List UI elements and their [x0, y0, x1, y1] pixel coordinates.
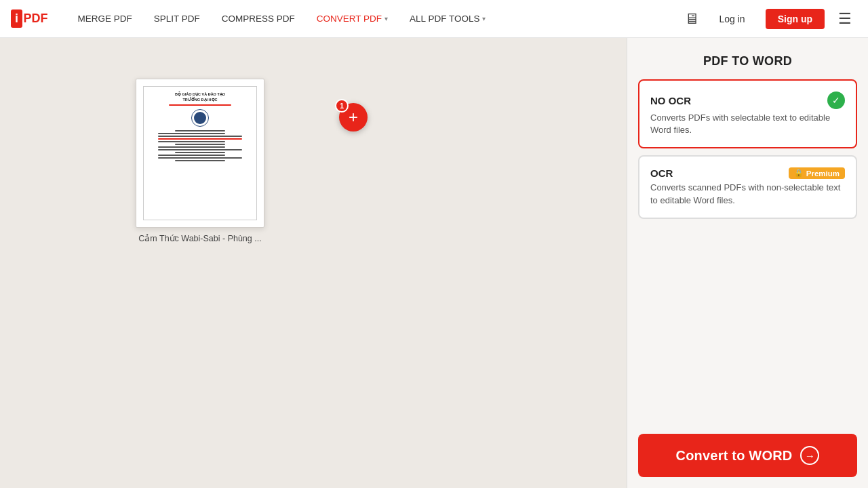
pdf-line	[175, 130, 225, 131]
right-panel: PDF TO WORD NO OCR ✓ Converts PDFs with …	[627, 38, 868, 488]
main-nav: MERGE PDF SPLIT PDF COMPRESS PDF CONVERT…	[70, 9, 684, 28]
selected-check-icon: ✓	[827, 92, 845, 109]
pdf-line	[175, 152, 225, 153]
login-button[interactable]: Log in	[707, 9, 757, 29]
nav-convert-pdf[interactable]: CONVERT PDF ▾	[309, 9, 396, 28]
plus-icon: +	[349, 109, 358, 125]
logo[interactable]: i PDF	[11, 9, 48, 28]
pdf-seal-inner	[194, 112, 206, 124]
no-ocr-description: Converts PDFs with selectable text to ed…	[650, 112, 845, 136]
ocr-option[interactable]: OCR 🔒 Premium Converts scanned PDFs with…	[638, 155, 857, 218]
pdf-preview: BỘ GIÁO DỤC VÀ ĐÀO TẠOTRƯỜNG ĐẠI HỌC	[143, 86, 257, 220]
pdf-line	[158, 155, 225, 156]
ocr-header: OCR 🔒 Premium	[650, 167, 845, 179]
pdf-line	[175, 160, 225, 161]
no-ocr-option[interactable]: NO OCR ✓ Converts PDFs with selectable t…	[638, 79, 857, 148]
no-ocr-header: NO OCR ✓	[650, 92, 845, 109]
pdf-seal	[191, 109, 209, 127]
logo-icon: i	[11, 9, 22, 28]
pdf-line	[158, 157, 241, 159]
header: i PDF MERGE PDF SPLIT PDF COMPRESS PDF C…	[0, 0, 868, 38]
nav-compress-pdf[interactable]: COMPRESS PDF	[214, 9, 303, 28]
panel-title: PDF TO WORD	[627, 38, 868, 79]
pdf-text-lines	[158, 130, 241, 161]
main-content: BỘ GIÁO DỤC VÀ ĐÀO TẠOTRƯỜNG ĐẠI HỌC	[0, 38, 868, 488]
arrow-circle-icon: →	[800, 446, 819, 465]
lock-icon: 🔒	[794, 169, 804, 178]
hamburger-menu-icon[interactable]: ☰	[833, 7, 857, 30]
conversion-options: NO OCR ✓ Converts PDFs with selectable t…	[627, 79, 868, 219]
pdf-thumbnail: BỘ GIÁO DỤC VÀ ĐÀO TẠOTRƯỜNG ĐẠI HỌC	[136, 79, 264, 228]
convert-to-word-button[interactable]: Convert to WORD →	[638, 434, 857, 477]
pdf-card: BỘ GIÁO DỤC VÀ ĐÀO TẠOTRƯỜNG ĐẠI HỌC	[136, 79, 264, 243]
logo-text: PDF	[24, 12, 48, 26]
spacer	[627, 219, 868, 423]
pdf-doc-title: BỘ GIÁO DỤC VÀ ĐÀO TẠOTRƯỜNG ĐẠI HỌC	[175, 92, 225, 102]
left-panel: BỘ GIÁO DỤC VÀ ĐÀO TẠOTRƯỜNG ĐẠI HỌC	[0, 38, 627, 488]
pdf-line	[158, 138, 241, 140]
nav-all-tools[interactable]: ALL PDF TOOLS ▾	[401, 9, 494, 28]
pdf-line	[158, 136, 241, 137]
ocr-description: Converts scanned PDFs with non-selectabl…	[650, 182, 845, 206]
add-file-button[interactable]: 1 +	[339, 103, 368, 131]
header-actions: 🖥 Log in Sign up ☰	[684, 7, 857, 30]
pdf-line	[158, 149, 241, 150]
ocr-title: OCR	[650, 167, 673, 179]
monitor-icon[interactable]: 🖥	[684, 10, 699, 28]
chevron-down-icon: ▾	[482, 15, 486, 22]
convert-button-wrap: Convert to WORD →	[627, 423, 868, 488]
chevron-down-icon: ▾	[384, 15, 388, 22]
convert-button-label: Convert to WORD	[676, 448, 793, 464]
file-count-badge: 1	[335, 99, 349, 113]
pdf-line	[158, 141, 225, 142]
pdf-filename: Cảm Thức Wabi-Sabi - Phùng ...	[138, 233, 261, 243]
signup-button[interactable]: Sign up	[766, 9, 825, 29]
nav-merge-pdf[interactable]: MERGE PDF	[70, 9, 140, 28]
pdf-line	[158, 133, 225, 134]
premium-badge: 🔒 Premium	[789, 167, 845, 179]
premium-label: Premium	[806, 169, 840, 178]
pdf-line	[175, 144, 225, 145]
no-ocr-title: NO OCR	[650, 95, 691, 106]
pdf-line	[158, 146, 225, 148]
nav-split-pdf[interactable]: SPLIT PDF	[146, 9, 208, 28]
pdf-line-dec	[169, 104, 231, 106]
